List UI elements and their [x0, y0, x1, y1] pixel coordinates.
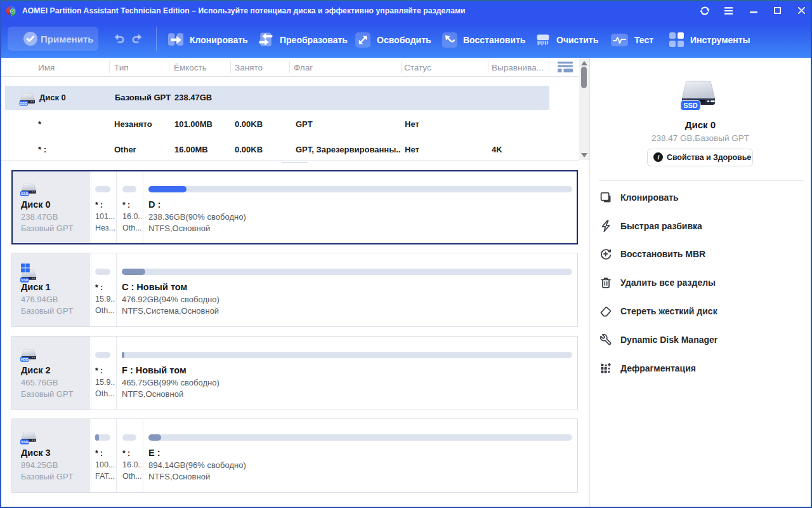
- svg-text:SSD: SSD: [683, 102, 698, 109]
- svg-text:HDD: HDD: [21, 358, 29, 361]
- svg-text:i: i: [657, 154, 659, 161]
- svg-text:SSD: SSD: [20, 102, 27, 105]
- svg-text:SSD: SSD: [21, 440, 29, 444]
- svg-text:SSD: SSD: [21, 192, 29, 196]
